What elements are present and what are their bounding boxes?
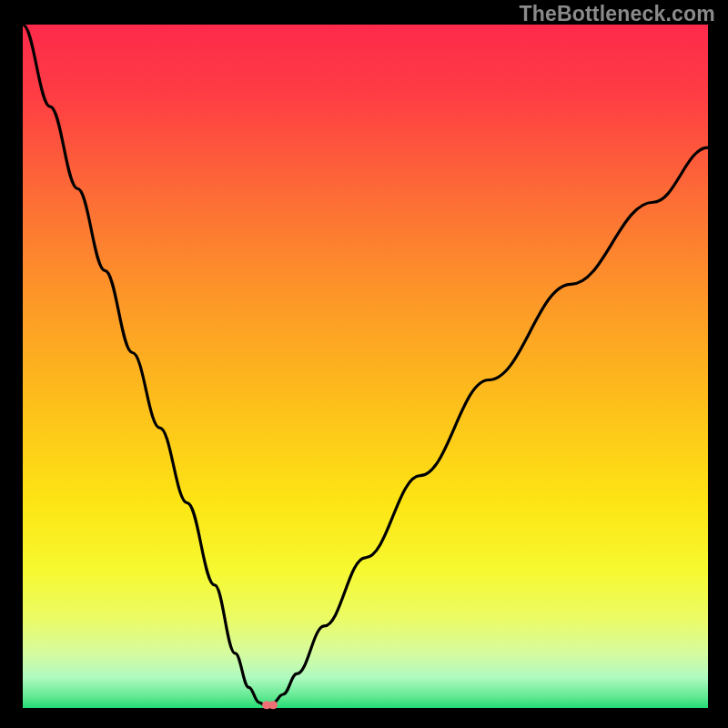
chart-frame: TheBottleneck.com [0, 0, 728, 728]
optimum-marker [262, 701, 278, 709]
watermark-text: TheBottleneck.com [519, 2, 715, 26]
svg-point-1 [268, 701, 278, 709]
plot-background [23, 25, 708, 708]
chart-svg [0, 0, 728, 728]
